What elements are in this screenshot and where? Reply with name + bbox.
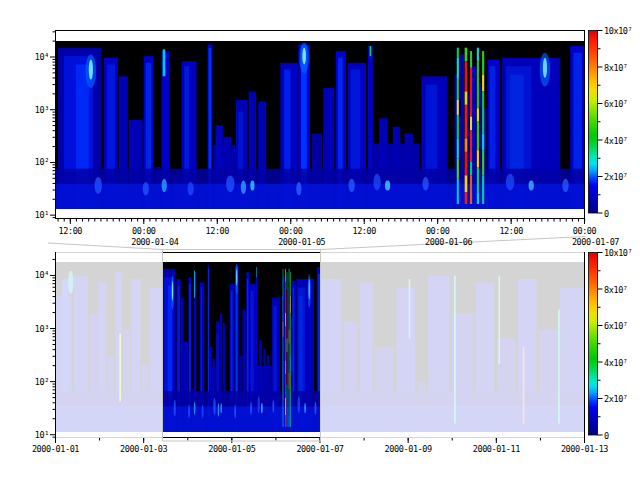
y-tick-label: 10³ (35, 105, 49, 115)
colorbar-tick-label: 6x10⁷ (604, 321, 628, 331)
y-tick-label: 10¹ (35, 430, 49, 440)
x-tick-label: 2000-01-03 (120, 444, 167, 454)
y-tick-label: 10² (35, 157, 49, 167)
y-tick-label: 10¹ (35, 210, 49, 220)
x-tick-label: 00:00 (573, 226, 597, 236)
colorbar-tick-label: 8x10⁷ (604, 285, 628, 295)
colorbar-tick-label: 2x10⁷ (604, 394, 628, 404)
colorbar-tick-label: 6x10⁷ (604, 99, 628, 109)
colorbar-tick-label: 4x10⁷ (604, 136, 628, 146)
x-tick-label: 00:00 (132, 226, 156, 236)
colorbar-tick-label: 4x10⁷ (604, 358, 628, 368)
x-date-label: 2000-01-06 (425, 237, 472, 247)
spectrogram-canvas (56, 41, 584, 209)
colorbar-tick-label: 10x10⁷ (604, 26, 632, 36)
colorbar-tick-label: 8x10⁷ (604, 63, 628, 73)
y-tick-label: 10⁴ (35, 270, 49, 280)
x-tick-label: 2000-01-11 (473, 444, 520, 454)
colorbar-tick-label: 2x10⁷ (604, 172, 628, 182)
x-tick-label: 12:00 (352, 226, 376, 236)
x-date-label: 2000-01-05 (278, 237, 325, 247)
dim-overlay-left (56, 251, 162, 438)
y-tick-label: 10⁴ (35, 52, 49, 62)
x-tick-label: 12:00 (59, 226, 83, 236)
x-tick-label: 2000-01-05 (208, 444, 255, 454)
spectrogram-figure: 12:0000:002000-01-0412:0000:002000-01-05… (0, 0, 640, 480)
x-tick-label: 12:00 (499, 226, 523, 236)
x-tick-label: 00:00 (279, 226, 303, 236)
x-tick-label: 2000-01-07 (296, 444, 343, 454)
x-tick-label: 12:00 (205, 226, 229, 236)
colorbar-tick-label: 10x10⁷ (604, 248, 632, 258)
colorbar-tick-label: 0 (604, 209, 609, 219)
x-tick-label: 00:00 (426, 226, 450, 236)
dim-overlay-right (321, 251, 584, 438)
y-tick-label: 10² (35, 377, 49, 387)
x-date-label: 2000-01-04 (131, 237, 178, 247)
colorbar-tick-label: 0 (604, 431, 609, 441)
x-date-label: 2000-01-07 (572, 237, 619, 247)
colorbar (589, 253, 598, 436)
zoom-spectrogram (56, 41, 584, 209)
x-tick-label: 2000-01-13 (561, 444, 608, 454)
colorbar (589, 31, 598, 214)
x-tick-label: 2000-01-09 (385, 444, 432, 454)
y-tick-label: 10³ (35, 324, 49, 334)
x-tick-label: 2000-01-01 (32, 444, 79, 454)
